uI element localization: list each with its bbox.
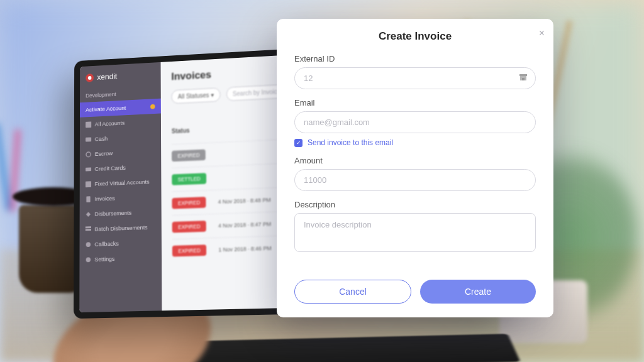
create-button[interactable]: Create — [420, 280, 536, 304]
svg-rect-3 — [86, 167, 91, 171]
svg-rect-7 — [86, 229, 91, 231]
sidebar-item-label: Escrow — [95, 150, 113, 157]
svg-rect-10 — [519, 74, 527, 76]
svg-point-2 — [86, 151, 91, 156]
description-label: Description — [294, 200, 536, 209]
sidebar-item-label: All Accounts — [95, 119, 125, 128]
status-badge: EXPIRED — [172, 197, 206, 209]
amount-input[interactable] — [294, 169, 536, 191]
modal-body: External ID Email ✓ Send invoice to this… — [277, 52, 553, 276]
callback-icon — [86, 241, 91, 248]
cash-icon — [86, 136, 91, 143]
external-id-label: External ID — [294, 54, 536, 63]
svg-rect-12 — [522, 78, 525, 80]
svg-point-9 — [86, 257, 91, 262]
email-input[interactable] — [294, 111, 536, 133]
sidebar-item-label: Invoices — [95, 195, 115, 202]
sidebar-item-label: Settings — [94, 255, 114, 263]
svg-rect-5 — [86, 196, 90, 202]
card-icon — [86, 166, 91, 172]
svg-point-8 — [86, 242, 91, 247]
send-email-checkbox-row[interactable]: ✓ Send invoice to this email — [294, 138, 536, 147]
batch-icon — [86, 226, 91, 233]
escrow-icon — [86, 151, 91, 157]
va-icon — [86, 181, 91, 187]
cancel-button[interactable]: Cancel — [294, 280, 411, 304]
status-badge: EXPIRED — [172, 221, 206, 233]
brand-logo-icon — [86, 74, 94, 82]
sidebar-item-label: Callbacks — [94, 240, 118, 248]
modal-header: Create Invoice × — [277, 19, 553, 52]
send-email-label: Send invoice to this email — [308, 138, 393, 147]
sidebar-item-label: Fixed Virtual Accounts — [95, 178, 150, 187]
sidebar-item-label: Batch Disbursements — [95, 224, 148, 232]
amount-label: Amount — [294, 156, 536, 165]
svg-rect-1 — [86, 137, 91, 141]
status-badge: EXPIRED — [172, 150, 206, 162]
modal-footer: Cancel Create — [277, 276, 553, 317]
sidebar-item-label: Credit Cards — [95, 164, 126, 172]
accounts-icon — [86, 121, 91, 128]
disbursement-icon — [86, 211, 91, 217]
sidebar-item-settings[interactable]: Settings — [79, 250, 162, 267]
col-status: Status — [172, 123, 213, 138]
svg-rect-0 — [86, 121, 91, 128]
pending-indicator-icon — [150, 104, 155, 109]
status-filter-dropdown[interactable]: All Statuses ▾ — [171, 87, 220, 104]
svg-rect-6 — [86, 226, 91, 228]
sidebar-item-label: Disbursements — [95, 209, 132, 217]
sidebar: xendit Development Activate Account All … — [79, 62, 162, 312]
gear-icon — [86, 256, 91, 263]
invoice-icon — [86, 196, 91, 202]
brand-name: xendit — [97, 72, 117, 82]
sidebar-item-label: Cash — [95, 135, 108, 142]
external-id-input[interactable] — [294, 67, 536, 89]
store-icon — [518, 72, 528, 82]
svg-rect-4 — [86, 181, 91, 187]
close-icon[interactable]: × — [539, 28, 545, 39]
status-badge: SETTLED — [172, 173, 206, 185]
modal-title: Create Invoice — [289, 30, 541, 43]
sidebar-item-label: Activate Account — [86, 104, 126, 113]
email-label: Email — [294, 98, 536, 107]
description-input[interactable] — [294, 213, 536, 252]
checkbox-icon: ✓ — [294, 139, 303, 147]
create-invoice-modal: Create Invoice × External ID Email ✓ Sen… — [277, 19, 553, 317]
status-badge: EXPIRED — [172, 244, 207, 256]
